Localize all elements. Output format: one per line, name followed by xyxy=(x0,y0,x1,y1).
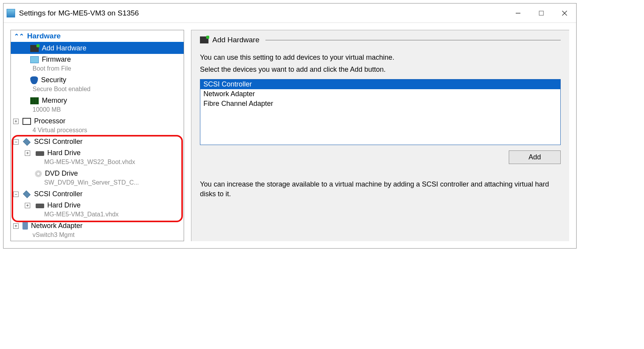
window-controls xyxy=(506,4,576,22)
collapse-chevron-icon: ⌃⌃ xyxy=(14,33,24,40)
device-listbox[interactable]: SCSI Controller Network Adapter Fibre Ch… xyxy=(200,79,561,145)
tree-sublabel: Boot from File xyxy=(11,65,184,74)
hard-drive-icon xyxy=(36,204,44,208)
scsi-controller-icon xyxy=(23,190,31,198)
expand-icon[interactable]: + xyxy=(13,223,19,229)
firmware-icon xyxy=(30,56,39,63)
network-adapter-icon xyxy=(22,222,28,230)
app-icon xyxy=(7,9,15,17)
tree-label: SCSI Controller xyxy=(34,190,83,198)
content-area: ⌃⌃ Hardware Add Hardware Firmware xyxy=(3,23,576,248)
titlebar: Settings for MG-ME5-VM3 on S1356 xyxy=(3,3,576,23)
tree-item-memory[interactable]: Memory xyxy=(11,95,184,106)
panel-title: Add Hardware xyxy=(212,36,259,44)
tree-item-network-adapter[interactable]: + Network Adapter xyxy=(11,220,184,232)
tree-item-hard-drive-1[interactable]: + Hard Drive xyxy=(11,147,184,159)
hard-drive-icon xyxy=(36,151,44,156)
device-option-scsi[interactable]: SCSI Controller xyxy=(200,79,560,89)
tree-sublabel: MG-ME5-VM3_Data1.vhdx xyxy=(11,211,184,220)
panel-header: Add Hardware xyxy=(200,36,561,47)
maximize-button[interactable] xyxy=(530,4,553,22)
dvd-drive-icon xyxy=(35,170,42,177)
add-hardware-panel: Add Hardware You can use this setting to… xyxy=(191,30,569,241)
tree-item-dvd-drive[interactable]: DVD Drive xyxy=(11,168,184,179)
header-divider xyxy=(265,40,561,40)
memory-icon xyxy=(30,97,39,104)
svg-rect-1 xyxy=(539,11,544,15)
shield-icon xyxy=(30,76,38,84)
add-button[interactable]: Add xyxy=(509,150,561,164)
tree-item-security[interactable]: Security xyxy=(11,74,184,86)
tree-sublabel: 4 Virtual processors xyxy=(11,127,184,136)
panel-description-1: You can use this setting to add devices … xyxy=(200,54,561,62)
tree-label: Hard Drive xyxy=(47,149,81,157)
add-hardware-icon xyxy=(30,45,39,52)
collapse-icon[interactable]: − xyxy=(13,192,19,197)
tree-label: Add Hardware xyxy=(42,44,86,52)
tree-item-add-hardware[interactable]: Add Hardware xyxy=(11,43,184,54)
tree-item-scsi-controller-2[interactable]: − SCSI Controller xyxy=(11,188,184,200)
tree-item-processor[interactable]: + Processor xyxy=(11,116,184,127)
hardware-tree-panel: ⌃⌃ Hardware Add Hardware Firmware xyxy=(10,30,184,241)
settings-window: Settings for MG-ME5-VM3 on S1356 ⌃⌃ Hard… xyxy=(3,3,577,249)
panel-description-2: Select the devices you want to add and c… xyxy=(200,66,561,74)
device-option-fibre-channel[interactable]: Fibre Channel Adapter xyxy=(200,99,560,109)
tree-label: Security xyxy=(41,76,66,84)
tree-label: DVD Drive xyxy=(45,169,78,178)
device-option-network[interactable]: Network Adapter xyxy=(200,89,560,99)
tree-label: SCSI Controller xyxy=(34,138,83,146)
tree-label: Network Adapter xyxy=(31,222,83,230)
add-hardware-icon xyxy=(200,36,208,43)
tree-label: Firmware xyxy=(42,55,71,64)
tree-sublabel: Secure Boot enabled xyxy=(11,86,184,95)
tree-label: Processor xyxy=(34,117,65,125)
close-button[interactable] xyxy=(553,4,576,22)
expand-icon[interactable]: + xyxy=(25,150,30,156)
processor-icon xyxy=(22,118,31,125)
expand-icon[interactable]: + xyxy=(13,119,19,124)
hardware-header-label: Hardware xyxy=(27,32,61,40)
tree-sublabel: vSwitch3 Mgmt xyxy=(11,232,184,241)
tree-sublabel: 10000 MB xyxy=(11,106,184,116)
tree-label: Hard Drive xyxy=(47,201,81,209)
collapse-icon[interactable]: − xyxy=(13,139,19,145)
expand-icon[interactable]: + xyxy=(25,203,30,208)
scsi-controller-icon xyxy=(23,138,31,146)
tree-item-hard-drive-2[interactable]: + Hard Drive xyxy=(11,200,184,211)
tree-label: Memory xyxy=(42,97,67,105)
window-title: Settings for MG-ME5-VM3 on S1356 xyxy=(19,9,139,17)
hardware-section-header[interactable]: ⌃⌃ Hardware xyxy=(11,30,184,43)
tree-sublabel: SW_DVD9_Win_Server_STD_C... xyxy=(11,179,184,188)
panel-note: You can increase the storage available t… xyxy=(200,180,561,199)
minimize-button[interactable] xyxy=(506,4,530,22)
tree-item-scsi-controller-1[interactable]: − SCSI Controller xyxy=(11,136,184,147)
tree-sublabel: MG-ME5-VM3_WS22_Boot.vhdx xyxy=(11,159,184,168)
tree-item-firmware[interactable]: Firmware xyxy=(11,54,184,65)
